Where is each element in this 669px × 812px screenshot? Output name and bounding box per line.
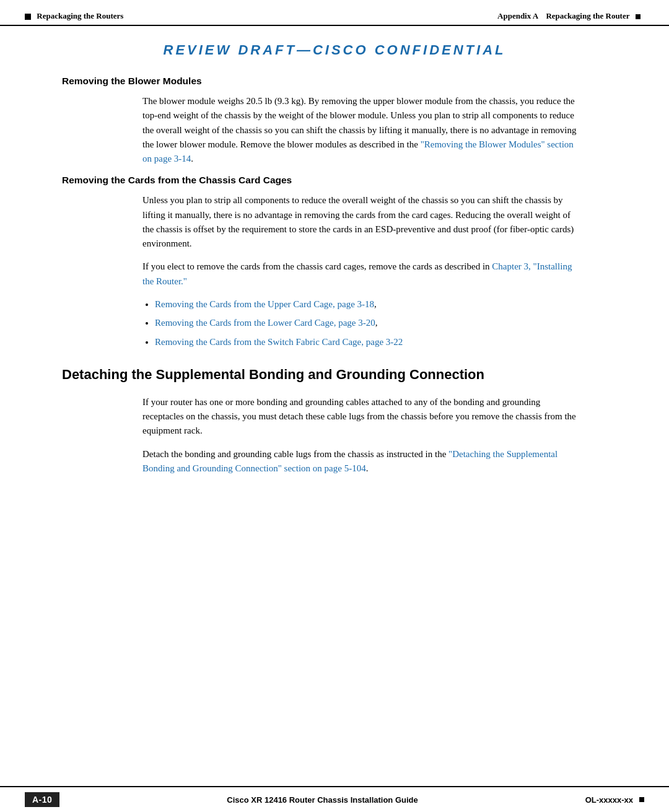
bullet-upper-card-cage: Removing the Cards from the Upper Card C… <box>155 297 582 312</box>
bullet-switch-fabric-card-cage: Removing the Cards from the Switch Fabri… <box>155 335 582 349</box>
chassis-bullet-list: Removing the Cards from the Upper Card C… <box>155 297 582 349</box>
bonding-text-1: If your router has one or more bonding a… <box>142 397 576 436</box>
bonding-text-after: . <box>366 463 369 473</box>
header-section-label: Repackaging the Router <box>546 11 629 20</box>
footer-center-text: Cisco XR 12416 Router Chassis Installati… <box>59 795 585 805</box>
lower-card-cage-link[interactable]: Removing the Cards from the Lower Card C… <box>155 318 375 328</box>
switch-fabric-link[interactable]: Removing the Cards from the Switch Fabri… <box>155 337 403 347</box>
draft-title: REVIEW DRAFT—CISCO CONFIDENTIAL <box>62 42 607 58</box>
blower-modules-paragraph: The blower module weighs 20.5 lb (9.3 kg… <box>142 94 582 166</box>
bonding-paragraph-2: Detach the bonding and grounding cable l… <box>142 447 582 476</box>
chassis-paragraph-1: Unless you plan to strip all components … <box>142 193 582 251</box>
chassis-paragraph-2: If you elect to remove the cards from th… <box>142 260 582 289</box>
page: Repackaging the Routers Appendix A Repac… <box>0 0 669 812</box>
bonding-paragraph-1: If your router has one or more bonding a… <box>142 395 582 439</box>
major-section-heading: Detaching the Supplemental Bonding and G… <box>62 366 607 384</box>
page-footer: A-10 Cisco XR 12416 Router Chassis Insta… <box>0 786 669 812</box>
footer-right-icon <box>639 797 644 802</box>
page-header: Repackaging the Routers Appendix A Repac… <box>0 0 669 26</box>
page-content: REVIEW DRAFT—CISCO CONFIDENTIAL Removing… <box>0 26 669 534</box>
header-right-icon <box>636 14 641 19</box>
bonding-text-before: Detach the bonding and grounding cable l… <box>142 449 448 459</box>
blower-text-after: . <box>191 154 193 164</box>
footer-left: A-10 <box>25 792 59 807</box>
blower-modules-heading: Removing the Blower Modules <box>62 76 607 87</box>
header-left: Repackaging the Routers <box>25 11 123 21</box>
footer-right: OL-xxxxx-xx <box>585 795 644 805</box>
header-right: Appendix A Repackaging the Router <box>497 11 644 21</box>
footer-doc-number: OL-xxxxx-xx <box>585 795 633 805</box>
chassis-card-cages-heading: Removing the Cards from the Chassis Card… <box>62 175 607 186</box>
header-left-label: Repackaging the Routers <box>37 11 123 20</box>
chassis-text-1: Unless you plan to strip all components … <box>142 195 574 248</box>
bullet-lower-card-cage: Removing the Cards from the Lower Card C… <box>155 316 582 330</box>
chassis-text-before-2: If you elect to remove the cards from th… <box>142 261 492 271</box>
upper-card-cage-link[interactable]: Removing the Cards from the Upper Card C… <box>155 299 374 309</box>
header-appendix-label: Appendix A <box>497 11 538 20</box>
page-number-badge: A-10 <box>25 792 59 807</box>
header-left-icon <box>25 14 31 20</box>
